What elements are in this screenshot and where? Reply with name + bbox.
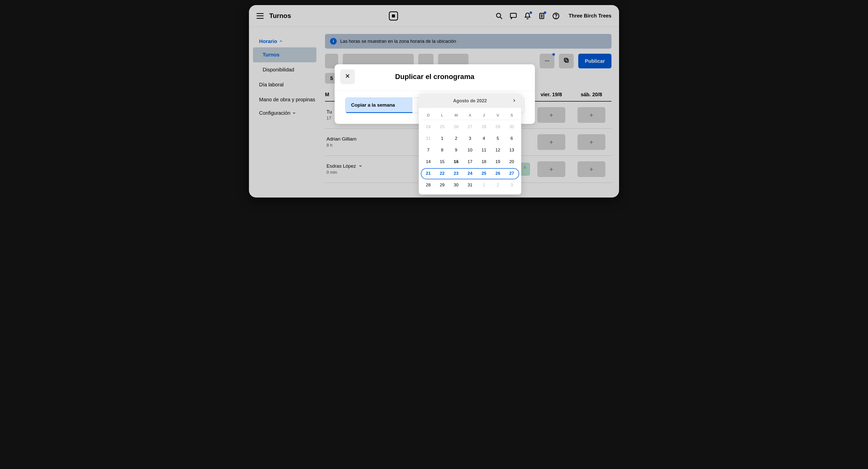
calendar-day[interactable]: 31 [463,179,477,191]
calendar-header: Agosto de 2022 [419,94,521,108]
calendar-day[interactable]: 24 [421,121,435,133]
calendar-day[interactable]: 9 [449,144,463,156]
calendar-day[interactable]: 18 [477,156,491,168]
calendar-day[interactable]: 28 [477,121,491,133]
calendar-day[interactable]: 8 [435,144,449,156]
calendar-day[interactable]: 7 [421,144,435,156]
calendar-day[interactable]: 17 [463,156,477,168]
calendar-dow: L [435,109,449,120]
calendar-day[interactable]: 26 [491,168,505,179]
calendar-day[interactable]: 3 [505,179,519,191]
calendar-day[interactable]: 2 [449,133,463,144]
calendar-day[interactable]: 10 [463,144,477,156]
calendar-dow: V [491,109,505,120]
calendar-dow: D [421,109,435,120]
calendar-day[interactable]: 19 [491,156,505,168]
calendar-day[interactable]: 25 [435,121,449,133]
calendar-day[interactable]: 3 [463,133,477,144]
calendar-day[interactable]: 1 [477,179,491,191]
calendar-day[interactable]: 12 [491,144,505,156]
calendar-popover: Agosto de 2022 DLMXJVS242526272829303112… [419,94,521,195]
close-button[interactable] [340,69,355,84]
calendar-day[interactable]: 14 [421,156,435,168]
calendar-day[interactable]: 27 [463,121,477,133]
calendar-day[interactable]: 28 [421,179,435,191]
calendar-day[interactable]: 25 [477,168,491,179]
calendar-dow: S [505,109,519,120]
calendar-day[interactable]: 31 [421,133,435,144]
calendar-dow: J [477,109,491,120]
calendar-day[interactable]: 1 [435,133,449,144]
chevron-right-icon [512,98,516,104]
calendar-day[interactable]: 22 [435,168,449,179]
calendar-day[interactable]: 29 [435,179,449,191]
calendar-dow: M [449,109,463,120]
calendar-next-button[interactable] [510,97,518,104]
calendar-dow: X [463,109,477,120]
close-icon [345,73,350,80]
calendar-day[interactable]: 24 [463,168,477,179]
calendar-month-label: Agosto de 2022 [453,98,487,104]
calendar-day[interactable]: 20 [505,156,519,168]
calendar-day[interactable]: 11 [477,144,491,156]
calendar-day[interactable]: 27 [505,168,519,179]
calendar-day[interactable]: 21 [421,168,435,179]
calendar-day[interactable]: 26 [449,121,463,133]
calendar-day[interactable]: 5 [491,133,505,144]
calendar-day[interactable]: 30 [505,121,519,133]
calendar-day[interactable]: 16 [449,156,463,168]
copy-label: Copiar a la semana [345,98,412,113]
calendar-day[interactable]: 29 [491,121,505,133]
calendar-day[interactable]: 6 [505,133,519,144]
modal-title: Duplicar el cronograma [355,73,515,81]
calendar-day[interactable]: 13 [505,144,519,156]
calendar-day[interactable]: 30 [449,179,463,191]
calendar-day[interactable]: 2 [491,179,505,191]
calendar-day[interactable]: 23 [449,168,463,179]
calendar-day[interactable]: 4 [477,133,491,144]
calendar-day[interactable]: 15 [435,156,449,168]
